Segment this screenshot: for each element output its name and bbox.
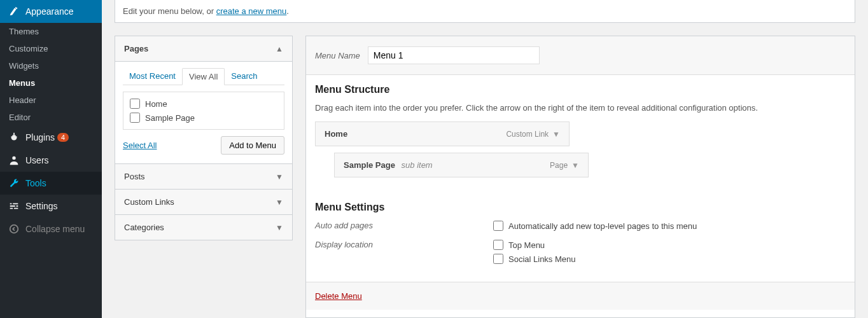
notice-post: .	[286, 6, 289, 16]
chevron-down-icon[interactable]: ▼	[571, 161, 579, 170]
sidebar-item-users[interactable]: Users	[0, 149, 102, 172]
posts-title: Posts	[124, 172, 145, 181]
page-label-home: Home	[145, 99, 167, 109]
create-menu-link[interactable]: create a new menu	[216, 6, 287, 16]
menu-footer: Delete Menu	[306, 282, 855, 310]
delete-menu-link[interactable]: Delete Menu	[315, 291, 362, 301]
menu-item-subtext: sub item	[402, 160, 433, 170]
display-social-text: Social Links Menu	[508, 254, 576, 264]
caret-down-icon: ▼	[276, 198, 283, 207]
sidebar-label-tools: Tools	[25, 178, 46, 188]
plugins-badge: 4	[57, 133, 69, 142]
pages-accordion-head[interactable]: Pages ▲	[115, 36, 292, 62]
checkbox-home[interactable]	[130, 99, 140, 109]
menu-settings-section: Menu Settings Auto add pages Automatical…	[306, 193, 855, 282]
sidebar-label-settings: Settings	[25, 201, 58, 211]
sidebar-sub-themes[interactable]: Themes	[0, 23, 102, 40]
menu-editor: Menu Name Menu Structure Drag each item …	[305, 36, 855, 318]
sidebar-sub-header[interactable]: Header	[0, 92, 102, 109]
menu-name-label: Menu Name	[315, 51, 360, 60]
notice-pre: Edit your menu below, or	[123, 6, 216, 16]
display-location-label: Display location	[315, 240, 493, 249]
custom-links-title: Custom Links	[124, 197, 174, 207]
auto-add-checkbox[interactable]	[493, 221, 503, 231]
main-content: Edit your menu below, or create a new me…	[102, 0, 868, 318]
display-social-checkbox[interactable]	[493, 254, 503, 264]
admin-sidebar: Appearance Themes Customize Widgets Menu…	[0, 0, 102, 318]
auto-add-label: Auto add pages	[315, 221, 493, 230]
menu-item-title: Sample Page	[344, 160, 395, 170]
menu-structure-section: Menu Structure Drag each item into the o…	[306, 75, 855, 193]
display-social-option[interactable]: Social Links Menu	[493, 254, 576, 264]
menu-settings-heading: Menu Settings	[315, 202, 846, 213]
sidebar-sub-editor[interactable]: Editor	[0, 109, 102, 126]
auto-add-option[interactable]: Automatically add new top-level pages to…	[493, 221, 697, 231]
menu-name-row: Menu Name	[306, 36, 855, 75]
sidebar-label-appearance: Appearance	[25, 6, 74, 17]
menu-item-type: Page ▼	[550, 161, 579, 170]
categories-accordion-head[interactable]: Categories ▼	[115, 215, 292, 240]
menu-item-sample-page[interactable]: Sample Page sub item Page ▼	[334, 153, 589, 177]
caret-down-icon: ▼	[276, 172, 283, 181]
tab-most-recent[interactable]: Most Recent	[123, 68, 182, 85]
sidebar-sub-customize[interactable]: Customize	[0, 40, 102, 57]
menu-item-type: Custom Link ▼	[506, 130, 560, 139]
pages-list: Home Sample Page	[123, 92, 284, 130]
menu-item-home[interactable]: Home Custom Link ▼	[315, 121, 570, 146]
caret-down-icon: ▼	[276, 223, 283, 232]
pages-tabs: Most Recent View All Search	[123, 68, 284, 85]
display-top-text: Top Menu	[508, 240, 545, 250]
page-checkbox-sample[interactable]: Sample Page	[130, 113, 277, 123]
tab-view-all[interactable]: View All	[182, 68, 225, 85]
edit-menu-notice: Edit your menu below, or create a new me…	[115, 0, 855, 23]
menu-structure-heading: Menu Structure	[315, 84, 846, 95]
sidebar-item-plugins[interactable]: Plugins 4	[0, 126, 102, 149]
sidebar-label-users: Users	[25, 155, 49, 165]
display-top-checkbox[interactable]	[493, 240, 503, 250]
checkbox-sample[interactable]	[130, 113, 140, 123]
display-top-option[interactable]: Top Menu	[493, 240, 576, 250]
sidebar-label-collapse: Collapse menu	[25, 224, 85, 234]
select-all-link[interactable]: Select All	[123, 141, 157, 150]
plug-icon	[8, 131, 20, 144]
tab-search[interactable]: Search	[225, 68, 263, 85]
custom-links-accordion-head[interactable]: Custom Links ▼	[115, 190, 292, 214]
caret-up-icon: ▲	[276, 45, 283, 53]
sidebar-sub-menus[interactable]: Menus	[0, 74, 102, 92]
sidebar-item-collapse[interactable]: Collapse menu	[0, 218, 102, 240]
menu-name-input[interactable]	[368, 46, 540, 64]
sidebar-item-settings[interactable]: Settings	[0, 195, 102, 218]
menu-item-title-wrap: Sample Page sub item	[344, 160, 433, 170]
pages-accordion: Pages ▲ Most Recent View All Search Home…	[115, 36, 293, 164]
auto-add-text: Automatically add new top-level pages to…	[508, 221, 697, 231]
svg-point-0	[10, 225, 18, 233]
brush-icon	[8, 5, 20, 18]
sidebar-label-plugins: Plugins	[25, 132, 55, 142]
categories-title: Categories	[124, 223, 164, 232]
collapse-icon	[8, 223, 20, 235]
page-label-sample: Sample Page	[145, 113, 195, 123]
sidebar-item-appearance[interactable]: Appearance	[0, 0, 102, 23]
add-to-menu-button[interactable]: Add to Menu	[221, 136, 284, 155]
add-items-column: Pages ▲ Most Recent View All Search Home…	[115, 36, 293, 318]
pages-title: Pages	[124, 44, 148, 53]
page-checkbox-home[interactable]: Home	[130, 99, 277, 109]
user-icon	[8, 154, 20, 167]
chevron-down-icon[interactable]: ▼	[552, 130, 560, 139]
menu-structure-desc: Drag each item into the order you prefer…	[315, 103, 846, 113]
menu-item-title: Home	[325, 129, 347, 139]
wrench-icon	[8, 177, 20, 190]
posts-accordion-head[interactable]: Posts ▼	[115, 164, 292, 189]
sliders-icon	[8, 200, 20, 212]
sidebar-item-tools[interactable]: Tools	[0, 172, 102, 195]
sidebar-sub-widgets[interactable]: Widgets	[0, 57, 102, 74]
